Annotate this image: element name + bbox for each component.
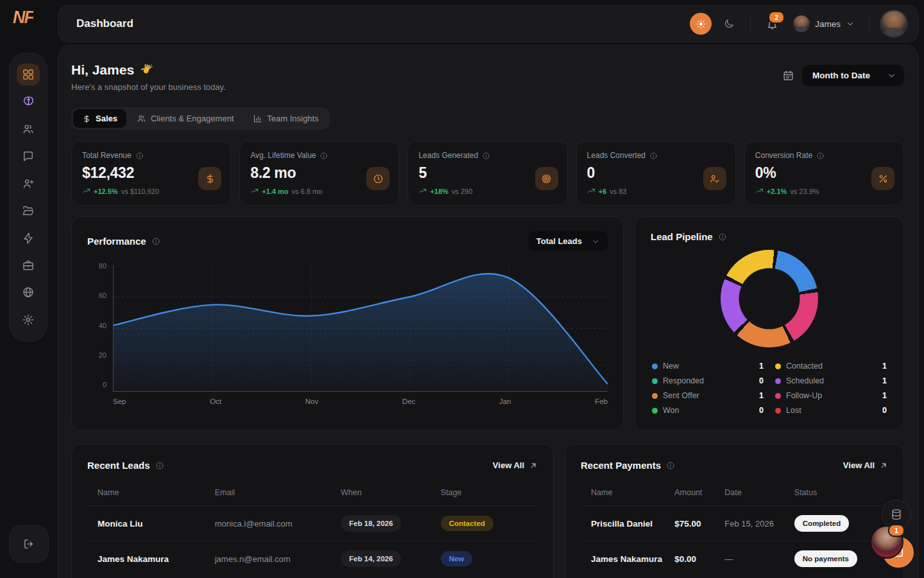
legend-item-contacted: Contacted1 — [775, 362, 887, 371]
table-header: Name Amount Date Status — [581, 480, 888, 505]
kpi-card-conversion-rate: Conversion Rate 0% +2.1% vs 23.9% — [744, 141, 904, 206]
notifications-button[interactable]: 2 — [761, 13, 783, 35]
kpi-label: Total Revenue — [82, 151, 132, 160]
recent-payments-title: Recent Payments — [581, 460, 661, 471]
legend-dot — [652, 378, 658, 384]
message-icon — [22, 150, 35, 162]
legend-item-scheduled: Scheduled1 — [775, 376, 887, 385]
sidebar-item-website[interactable] — [17, 281, 40, 303]
profile-avatar-button[interactable] — [880, 10, 908, 38]
kpi-card-leads-converted: Leads Converted 0 +6 vs 83 — [576, 141, 736, 206]
sidebar-item-add-client[interactable] — [17, 173, 40, 195]
topbar-actions: 2 James — [690, 10, 908, 38]
kpi-label: Conversion Rate — [755, 151, 812, 160]
legend-item-won: Won0 — [652, 406, 764, 415]
dark-theme-button[interactable] — [718, 13, 740, 35]
logout-button[interactable] — [17, 532, 40, 556]
sidebar-item-files[interactable] — [17, 200, 40, 222]
table-row[interactable]: Monica Liu monica.l@email.com Feb 18, 20… — [87, 505, 538, 541]
sidebar-item-business[interactable] — [17, 254, 40, 276]
zap-icon — [22, 232, 35, 245]
view-all-leads-link[interactable]: View All — [493, 460, 538, 470]
info-icon[interactable] — [649, 152, 658, 160]
assistant-avatar-button[interactable]: 1 — [870, 525, 903, 559]
info-icon[interactable] — [320, 152, 328, 160]
x-axis: SepOctNovDecJanFeb — [113, 398, 608, 405]
trending-up-icon — [755, 187, 764, 195]
line-chart — [113, 265, 608, 392]
legend-item-new: New1 — [652, 362, 764, 371]
info-icon[interactable] — [151, 237, 160, 246]
kpi-label: Leads Converted — [587, 151, 646, 160]
sidebar-item-automations[interactable] — [17, 227, 40, 249]
percent-icon — [871, 167, 894, 190]
user-check-icon — [703, 167, 726, 190]
chat-badge: 1 — [888, 524, 905, 537]
info-icon[interactable] — [666, 461, 675, 470]
table-row[interactable]: James Nakamura james.n@email.com Feb 14,… — [87, 541, 538, 576]
divider — [869, 16, 869, 31]
date-range-select[interactable]: Month to Date — [802, 65, 904, 86]
sidebar-item-messages[interactable] — [17, 145, 40, 167]
table-row[interactable]: James Nakamura $0.00 — No payments — [581, 541, 888, 576]
gear-icon — [22, 313, 35, 326]
status-badge: No payments — [794, 550, 857, 567]
logout-container — [9, 525, 49, 563]
app-logo[interactable]: NF — [13, 8, 33, 28]
user-name: James — [815, 19, 841, 29]
sidebar-item-settings[interactable] — [17, 309, 40, 331]
light-theme-button[interactable] — [690, 13, 712, 35]
legend-dot — [775, 393, 781, 399]
recent-payments-table: Name Amount Date Status Priscilla Daniel… — [581, 480, 888, 576]
info-icon[interactable] — [135, 152, 144, 160]
view-all-payments-link[interactable]: View All — [843, 460, 888, 470]
profile-avatar — [880, 10, 908, 38]
wave-emoji — [139, 63, 153, 77]
calendar-button[interactable] — [782, 69, 794, 82]
y-axis-tick: 80 — [99, 262, 107, 270]
series-select-value: Total Leads — [536, 236, 582, 246]
sidebar-item-ai-brain[interactable] — [17, 91, 40, 112]
y-axis: 806040200 — [87, 262, 107, 389]
sidebar-item-clients[interactable] — [17, 118, 40, 140]
info-icon[interactable] — [482, 152, 490, 160]
pipeline-legend: New1 Contacted1 Responded0 Scheduled1 Se… — [651, 362, 888, 415]
user-menu[interactable]: James — [789, 13, 859, 35]
sidebar-item-dashboard[interactable] — [17, 64, 40, 85]
performance-card: Performance Total Leads 806040200 SepOct… — [71, 216, 624, 431]
app-root: NF Dashboard 2 James — [0, 0, 924, 578]
info-icon[interactable] — [816, 152, 825, 160]
donut-chart — [721, 250, 818, 347]
y-axis-tick: 0 — [103, 381, 107, 389]
trending-up-icon — [250, 187, 259, 195]
tab-sales[interactable]: Sales — [73, 109, 126, 128]
date-range-block: Month to Date — [782, 65, 904, 86]
tab-clients-engagement[interactable]: Clients & Engagement — [128, 109, 243, 128]
legend-dot — [775, 408, 781, 414]
y-axis-tick: 60 — [99, 292, 107, 299]
stage-badge: New — [441, 551, 473, 566]
brain-icon — [22, 95, 35, 109]
series-select[interactable]: Total Leads — [529, 231, 608, 251]
greeting-text: Hi, James — [71, 62, 134, 78]
legend-item-follow-up: Follow-Up1 — [775, 391, 887, 400]
legend-dot — [775, 363, 781, 369]
when-pill: Feb 18, 2026 — [341, 515, 401, 532]
moon-icon — [723, 18, 735, 30]
info-icon[interactable] — [155, 461, 164, 470]
trending-up-icon — [82, 187, 90, 195]
tab-bar: Sales Clients & Engagement Team Insights — [71, 107, 330, 130]
sidebar — [9, 53, 47, 342]
chevron-down-icon — [846, 19, 855, 28]
table-row[interactable]: Priscilla Daniel $75.00 Feb 15, 2026 Com… — [581, 505, 888, 541]
tables-row: Recent Leads View All Name Email When St… — [71, 444, 904, 578]
when-pill: Feb 14, 2026 — [341, 550, 401, 567]
performance-title: Performance — [87, 236, 146, 247]
charts-row: Performance Total Leads 806040200 SepOct… — [71, 216, 904, 431]
notification-badge: 2 — [768, 11, 785, 24]
lead-pipeline-card: Lead Pipeline New1 Contacted1 Responded0… — [635, 216, 904, 431]
kpi-label: Leads Generated — [418, 151, 478, 160]
logout-icon — [22, 538, 35, 550]
tab-team-insights[interactable]: Team Insights — [244, 109, 327, 128]
info-icon[interactable] — [718, 232, 727, 241]
